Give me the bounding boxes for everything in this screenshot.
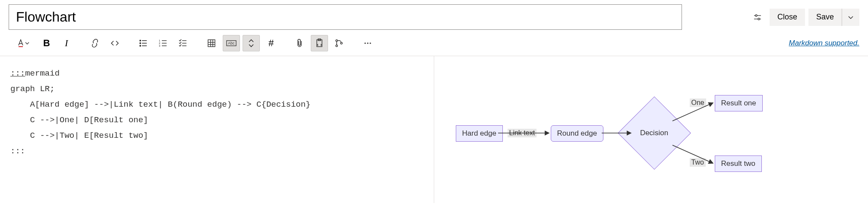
svg-point-33	[369, 42, 371, 44]
code-line: A[Hard edge] -->|Link text| B(Round edge…	[10, 100, 311, 109]
node-result-two: Result two	[715, 156, 762, 172]
attachment-button[interactable]	[291, 35, 308, 51]
save-button[interactable]: Save	[808, 9, 842, 26]
hash-button[interactable]: #	[262, 35, 280, 51]
sliders-icon	[753, 13, 762, 22]
svg-point-30	[341, 42, 342, 44]
svg-point-3	[758, 18, 760, 20]
fence-lang: mermaid	[25, 69, 60, 78]
bold-icon: B	[43, 38, 50, 49]
svg-text:3: 3	[159, 44, 161, 47]
svg-point-32	[367, 42, 368, 44]
italic-button[interactable]: I	[58, 35, 75, 51]
bullet-list-icon	[139, 38, 148, 48]
code-button[interactable]	[106, 35, 123, 51]
svg-point-4	[140, 40, 141, 41]
node-decision-label: Decision	[640, 129, 668, 137]
code-line: C -->|Two| E[Result two]	[10, 131, 148, 140]
checklist-button[interactable]	[174, 35, 192, 51]
edge-label-two: Two	[690, 158, 706, 167]
checklist-icon	[178, 38, 188, 48]
code-line: C -->|One| D[Result one]	[10, 115, 148, 125]
save-dropdown-button[interactable]	[842, 9, 859, 26]
numbered-list-icon: 1 2 3	[158, 38, 168, 48]
branch-button[interactable]	[331, 35, 348, 51]
numbered-list-button[interactable]: 1 2 3	[155, 35, 172, 51]
table-button[interactable]	[203, 35, 220, 51]
svg-rect-19	[208, 40, 215, 47]
svg-point-28	[336, 40, 338, 41]
edge-label-link-text: Link text	[508, 129, 537, 137]
more-button[interactable]	[359, 35, 376, 51]
hash-icon: #	[268, 38, 274, 49]
code-editor[interactable]: :::mermaid graph LR; A[Hard edge] -->|Li…	[0, 56, 434, 203]
paperclip-icon	[295, 38, 304, 48]
svg-text:Abc: Abc	[228, 41, 235, 45]
clipboard-code-button[interactable]	[311, 35, 328, 51]
diagram-preview: Hard edge Round edge Decision Result one…	[434, 56, 868, 203]
title-input[interactable]	[9, 4, 682, 30]
text-format-dropdown[interactable]	[11, 35, 35, 51]
node-hard-edge: Hard edge	[456, 125, 503, 142]
code-line: graph LR;	[10, 84, 55, 94]
more-icon	[363, 38, 372, 48]
collapse-button[interactable]	[243, 35, 260, 51]
code-icon	[110, 38, 120, 48]
svg-point-29	[336, 45, 338, 47]
bullet-list-button[interactable]	[135, 35, 152, 51]
svg-point-1	[755, 15, 757, 16]
clipboard-code-icon	[315, 38, 324, 48]
settings-icon-button[interactable]	[749, 9, 766, 26]
markdown-supported-link[interactable]: Markdown supported.	[789, 39, 859, 48]
link-button[interactable]	[86, 35, 104, 51]
italic-icon: I	[65, 38, 68, 49]
fence-open: :::	[10, 69, 25, 78]
abc-button[interactable]: Abc	[223, 35, 240, 51]
svg-point-6	[140, 43, 141, 44]
chevron-down-icon	[848, 14, 854, 20]
branch-icon	[335, 38, 344, 48]
fence-close: :::	[10, 146, 25, 156]
abc-icon: Abc	[225, 38, 238, 48]
text-color-icon	[17, 38, 30, 48]
edge-label-one: One	[690, 98, 706, 107]
collapse-icon	[246, 38, 256, 48]
table-icon	[207, 38, 216, 48]
node-result-one: Result one	[715, 95, 763, 111]
link-icon	[90, 38, 100, 48]
svg-point-31	[364, 42, 366, 44]
svg-point-8	[140, 45, 141, 46]
node-decision: Decision	[628, 107, 680, 159]
node-round-edge: Round edge	[551, 125, 604, 142]
bold-button[interactable]: B	[38, 35, 55, 51]
close-button[interactable]: Close	[770, 9, 805, 26]
